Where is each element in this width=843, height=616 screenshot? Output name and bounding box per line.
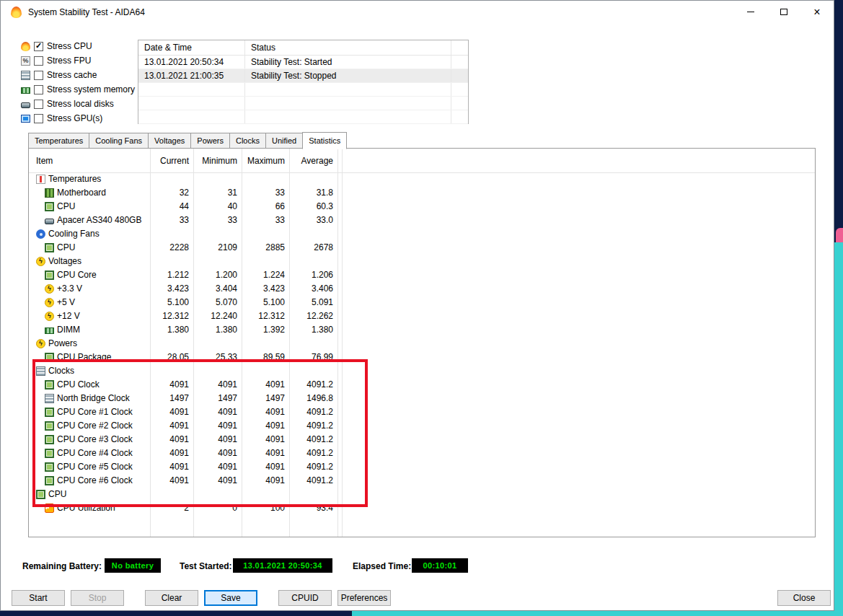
log-col-status: Status <box>245 40 451 55</box>
motherboard-icon <box>45 188 54 198</box>
stress-option-stress-cache[interactable]: Stress cache <box>21 68 135 82</box>
temperature-icon <box>36 175 45 184</box>
stats-min-value <box>193 337 242 351</box>
title-bar[interactable]: System Stability Test - AIDA64 × <box>1 1 834 23</box>
stats-item-label: CPU Core <box>57 268 97 282</box>
stats-row-cpu-core-6-clock[interactable]: CPU Core #6 Clock4091409140914091.2 <box>29 474 342 488</box>
stress-cpu-checkbox[interactable] <box>34 42 43 51</box>
test-started-value: 13.01.2021 20:50:34 <box>233 558 332 573</box>
stats-avg-value <box>289 364 337 378</box>
remaining-battery-value: No battery <box>105 558 161 573</box>
close-button[interactable]: × <box>800 1 834 23</box>
tab-cooling-fans[interactable]: Cooling Fans <box>89 133 149 149</box>
chip-icon <box>45 243 54 252</box>
stats-row-clocks[interactable]: Clocks <box>29 364 342 378</box>
stats-max-value: 1.392 <box>242 323 289 337</box>
stats-item-cell: CPU <box>29 488 150 501</box>
stats-max-value: 4091 <box>242 446 289 460</box>
stress-option-stress-local-disks[interactable]: Stress local disks <box>21 97 135 111</box>
stress-gpu-s-checkbox[interactable] <box>34 114 43 123</box>
stats-row-cpu-core-3-clock[interactable]: CPU Core #3 Clock4091409140914091.2 <box>29 433 342 446</box>
tab-label: Temperatures <box>35 136 83 145</box>
stats-row-cpu-core-4-clock[interactable]: CPU Core #4 Clock4091409140914091.2 <box>29 446 342 460</box>
stats-item-label: CPU <box>57 200 75 214</box>
minimize-button[interactable] <box>734 1 767 23</box>
stats-row-voltages[interactable]: Voltages <box>29 255 342 268</box>
stats-row-apacer-as340-480gb[interactable]: Apacer AS340 480GB33333333.0 <box>29 214 342 227</box>
stats-item-cell: CPU Core #5 Clock <box>29 460 150 474</box>
stats-avg-value <box>289 227 337 241</box>
stats-col-average: Average <box>289 156 337 166</box>
stats-row-cpu-clock[interactable]: CPU Clock4091409140914091.2 <box>29 378 342 392</box>
stats-min-value: 40 <box>193 200 242 214</box>
save-button[interactable]: Save <box>204 590 257 606</box>
stats-row-motherboard[interactable]: Motherboard32313331.8 <box>29 186 342 200</box>
stress-option-stress-system-memory[interactable]: Stress system memory <box>21 82 135 97</box>
test-started-label: Test Started: <box>180 561 231 571</box>
log-row[interactable]: 13.01.2021 20:50:34Stability Test: Start… <box>138 56 468 69</box>
stats-avg-value: 93.4 <box>289 501 337 515</box>
stress-option-stress-gpu-s[interactable]: Stress GPU(s) <box>21 111 135 126</box>
stats-row-12-v[interactable]: +12 V12.31212.24012.31212.262 <box>29 309 342 323</box>
stats-min-value: 5.070 <box>193 296 242 309</box>
stats-item-label: CPU Package <box>57 351 111 364</box>
stats-max-value: 89.59 <box>242 351 289 364</box>
tab-temperatures[interactable]: Temperatures <box>28 133 89 149</box>
chip-icon <box>36 490 45 499</box>
clear-button[interactable]: Clear <box>145 590 198 606</box>
stats-row-3-3-v[interactable]: +3.3 V3.4233.4043.4233.406 <box>29 282 342 296</box>
stats-min-value: 4091 <box>193 378 242 392</box>
stats-item-cell: Clocks <box>29 364 150 378</box>
chip-icon <box>45 380 54 390</box>
cpuid-button[interactable]: CPUID <box>278 590 332 606</box>
maximize-button[interactable] <box>767 1 800 23</box>
stats-current-value <box>150 255 193 268</box>
stats-row-cpu[interactable]: CPU <box>29 488 342 501</box>
tab-clocks[interactable]: Clocks <box>229 133 266 149</box>
stress-system-memory-checkbox[interactable] <box>34 85 43 94</box>
stress-option-label: Stress system memory <box>47 84 135 94</box>
stats-row-cpu-utilization[interactable]: CPU Utilization2010093.4 <box>29 501 342 515</box>
stats-row-cpu[interactable]: CPU44406660.3 <box>29 200 342 214</box>
stats-item-cell: Apacer AS340 480GB <box>29 214 150 227</box>
tab-voltages[interactable]: Voltages <box>148 133 191 149</box>
close-button[interactable]: Close <box>777 590 831 606</box>
stats-row-cpu-core-5-clock[interactable]: CPU Core #5 Clock4091409140914091.2 <box>29 460 342 474</box>
stats-max-value: 2885 <box>242 241 289 255</box>
chip-icon <box>45 449 54 458</box>
stats-row-cooling-fans[interactable]: Cooling Fans <box>29 227 342 241</box>
stats-row-powers[interactable]: Powers <box>29 337 342 351</box>
start-button[interactable]: Start <box>12 590 65 606</box>
stats-row-cpu-core-1-clock[interactable]: CPU Core #1 Clock4091409140914091.2 <box>29 405 342 419</box>
tab-powers[interactable]: Powers <box>190 133 230 149</box>
tab-label: Cooling Fans <box>95 136 142 145</box>
preferences-button[interactable]: Preferences <box>337 590 391 606</box>
stats-row-cpu[interactable]: CPU2228210928852678 <box>29 241 342 255</box>
stress-local-disks-checkbox[interactable] <box>34 100 43 109</box>
stats-row-north-bridge-clock[interactable]: North Bridge Clock1497149714971496.8 <box>29 392 342 405</box>
stats-item-label: CPU Core #4 Clock <box>57 446 133 460</box>
stats-min-value: 4091 <box>193 460 242 474</box>
stress-option-label: Stress local disks <box>47 99 114 109</box>
log-row-empty <box>138 83 468 97</box>
stats-row-5-v[interactable]: +5 V5.1005.0705.1005.091 <box>29 296 342 309</box>
stress-option-stress-fpu[interactable]: Stress FPU <box>21 53 135 68</box>
stats-min-value: 3.404 <box>193 282 242 296</box>
remaining-battery-label: Remaining Battery: <box>22 561 102 571</box>
stress-option-stress-cpu[interactable]: Stress CPU <box>21 39 135 53</box>
stats-item-label: Cooling Fans <box>48 227 100 241</box>
stats-row-cpu-package[interactable]: CPU Package28.0525.3389.5976.99 <box>29 351 342 364</box>
stats-current-value: 4091 <box>150 405 193 419</box>
stress-cache-checkbox[interactable] <box>34 71 43 80</box>
stats-row-dimm[interactable]: DIMM1.3801.3801.3921.380 <box>29 323 342 337</box>
tab-statistics[interactable]: Statistics <box>302 132 347 149</box>
log-extra <box>451 56 468 69</box>
log-row[interactable]: 13.01.2021 21:00:35Stability Test: Stopp… <box>138 69 468 83</box>
tab-unified[interactable]: Unified <box>265 133 303 149</box>
stress-fpu-checkbox[interactable] <box>34 56 43 66</box>
chip-icon <box>45 353 54 362</box>
stats-row-cpu-core-2-clock[interactable]: CPU Core #2 Clock4091409140914091.2 <box>29 419 342 433</box>
stats-row-temperatures[interactable]: Temperatures <box>29 172 342 186</box>
stats-row-cpu-core[interactable]: CPU Core1.2121.2001.2241.206 <box>29 268 342 282</box>
stats-max-value: 4091 <box>242 433 289 446</box>
